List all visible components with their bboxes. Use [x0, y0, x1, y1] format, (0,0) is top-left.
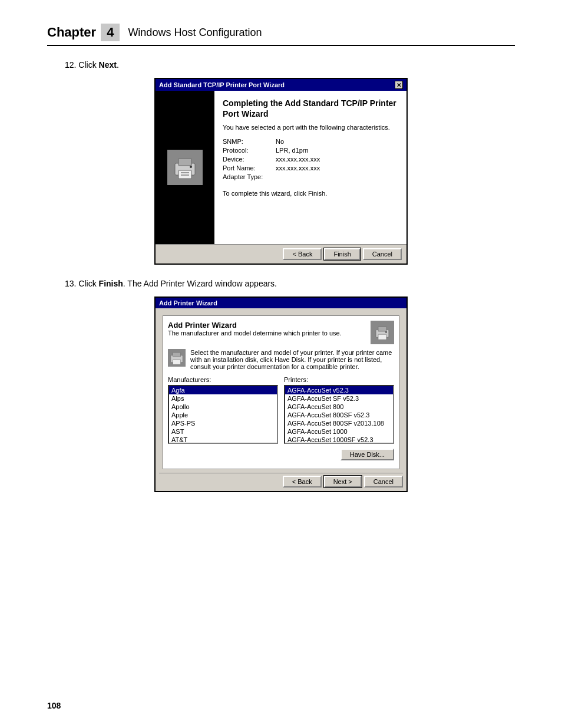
step-13-text: 13. Click Finish. The Add Printer Wizard… [65, 279, 515, 288]
step-12-bold: Next [99, 60, 117, 70]
printer-titlebar-text: Add Printer Wizard [159, 299, 217, 307]
prop-snmp: SNMP: No [223, 138, 398, 145]
printer-next-button[interactable]: Next > [324, 476, 362, 487]
prop-portname-value: xxx.xxx.xxx.xxx [276, 164, 398, 172]
prop-adaptertype-value [276, 173, 398, 180]
printer-dialog-inner: Add Printer Wizard The manufacturer and … [163, 315, 399, 469]
tcpip-left-panel [156, 91, 214, 244]
list-item[interactable]: Agfa [169, 386, 277, 394]
prop-device-value: xxx.xxx.xxx.xxx [276, 156, 398, 163]
list-item[interactable]: AGFA-AccuSet 1000 [285, 427, 393, 436]
svg-rect-12 [173, 360, 180, 364]
printer-dialog-body: Add Printer Wizard The manufacturer and … [156, 308, 406, 491]
prop-snmp-label: SNMP: [223, 138, 276, 145]
manufacturers-list[interactable]: Agfa Alps Apollo Apple APS-PS AST AT&T [168, 385, 278, 444]
list-item[interactable]: AT&T [169, 436, 277, 444]
printer-footer-buttons: < Back Next > Cancel [159, 473, 403, 487]
prop-portname: Port Name: xxx.xxx.xxx.xxx [223, 164, 398, 172]
step-13-prefix: 13. Click [65, 279, 99, 288]
tcpip-props: SNMP: No Protocol: LPR, d1prn Device: xx… [223, 138, 398, 180]
tcpip-cancel-button[interactable]: Cancel [363, 248, 402, 260]
step-12-suffix: . [117, 60, 119, 70]
svg-rect-7 [378, 327, 386, 331]
svg-rect-1 [178, 159, 191, 166]
printers-section: Printers: AGFA-AccuSet v52.3 AGFA-AccuSe… [284, 376, 394, 444]
svg-rect-3 [181, 172, 189, 173]
tcpip-finish-button[interactable]: Finish [324, 248, 360, 260]
svg-point-9 [385, 331, 387, 333]
prop-portname-label: Port Name: [223, 164, 276, 172]
list-item[interactable]: AGFA-AccuSet 800 [285, 403, 393, 411]
prop-adaptertype: Adapter Type: [223, 173, 398, 180]
page-container: Chapter 4 Windows Host Configuration 12.… [0, 0, 562, 728]
list-item[interactable]: APS-PS [169, 419, 277, 427]
tcpip-dialog-wrapper: Add Standard TCP/IP Printer Port Wizard … [47, 78, 515, 265]
svg-rect-4 [181, 174, 189, 176]
list-item[interactable]: Apollo [169, 403, 277, 411]
printer-corner-icon [371, 321, 394, 344]
tcpip-footer-text: To complete this wizard, click Finish. [223, 190, 398, 197]
step-12-prefix: 12. Click [65, 60, 99, 70]
tcpip-icon-box [167, 150, 203, 185]
printer-corner-icon-svg [373, 323, 392, 342]
tcpip-wizard-content: Completing the Add Standard TCP/IP Print… [214, 91, 406, 244]
printer-icon [170, 153, 200, 182]
tcpip-content-title: Completing the Add Standard TCP/IP Print… [223, 98, 398, 119]
printer-instruction-row: Select the manufacturer and model of you… [168, 349, 394, 370]
step-13-suffix: . The Add Printer Wizard window appears. [123, 279, 277, 288]
list-item[interactable]: AGFA-AccuSet 1000SF v52.3 [285, 436, 393, 444]
list-item[interactable]: AGFA-AccuSet 800SF v52.3 [285, 411, 393, 419]
list-item[interactable]: AGFA-AccuSet 800SF v2013.108 [285, 419, 393, 427]
printer-dialog-title: Add Printer Wizard [168, 321, 342, 330]
step-12-text: 12. Click Next. [65, 60, 515, 70]
prop-adaptertype-label: Adapter Type: [223, 173, 276, 180]
list-item[interactable]: AGFA-AccuSet SF v52.3 [285, 394, 393, 403]
svg-rect-8 [378, 334, 386, 340]
printer-small-icon [168, 349, 186, 367]
printers-list[interactable]: AGFA-AccuSet v52.3 AGFA-AccuSet SF v52.3… [284, 385, 394, 444]
svg-rect-11 [173, 353, 180, 357]
printer-dialog-header: Add Printer Wizard The manufacturer and … [168, 321, 394, 344]
printer-dialog-wrapper: Add Printer Wizard Add Printer Wizard Th… [47, 297, 515, 492]
printer-back-button[interactable]: < Back [283, 476, 322, 487]
list-item[interactable]: AST [169, 427, 277, 436]
printer-wizard-dialog: Add Printer Wizard Add Printer Wizard Th… [154, 297, 408, 492]
manufacturers-label: Manufacturers: [168, 376, 278, 383]
printer-dialog-subtitle: The manufacturer and model determine whi… [168, 330, 342, 337]
prop-device-label: Device: [223, 156, 276, 163]
prop-protocol-label: Protocol: [223, 147, 276, 154]
tcpip-close-button[interactable]: ✕ [395, 81, 403, 89]
step-13-bold: Finish [99, 279, 123, 288]
list-item[interactable]: Apple [169, 411, 277, 419]
printer-instruction-text: Select the manufacturer and model of you… [190, 349, 394, 370]
prop-device: Device: xxx.xxx.xxx.xxx [223, 156, 398, 163]
chapter-header: Chapter 4 Windows Host Configuration [47, 24, 515, 46]
have-disk-row: Have Disk... [168, 449, 394, 460]
prop-snmp-value: No [276, 138, 398, 145]
prop-protocol-value: LPR, d1prn [276, 147, 398, 154]
page-number: 108 [47, 701, 61, 710]
printer-lists: Manufacturers: Agfa Alps Apollo Apple AP… [168, 376, 394, 444]
tcpip-buttons: < Back Finish Cancel [156, 244, 406, 263]
tcpip-wizard-dialog: Add Standard TCP/IP Printer Port Wizard … [154, 78, 408, 265]
have-disk-button[interactable]: Have Disk... [340, 449, 394, 460]
list-item[interactable]: AGFA-AccuSet v52.3 [285, 386, 393, 394]
tcpip-titlebar: Add Standard TCP/IP Printer Port Wizard … [156, 79, 406, 91]
printer-cancel-button[interactable]: Cancel [364, 476, 403, 487]
tcpip-wizard-body: Completing the Add Standard TCP/IP Print… [156, 91, 406, 244]
svg-point-5 [190, 166, 192, 168]
manufacturers-section: Manufacturers: Agfa Alps Apollo Apple AP… [168, 376, 278, 444]
chapter-number: 4 [101, 24, 120, 41]
printer-instruction-icon [168, 349, 186, 367]
list-item[interactable]: Alps [169, 394, 277, 403]
printer-dialog-title-area: Add Printer Wizard The manufacturer and … [168, 321, 342, 337]
chapter-label: Chapter [47, 25, 96, 40]
prop-protocol: Protocol: LPR, d1prn [223, 147, 398, 154]
tcpip-titlebar-text: Add Standard TCP/IP Printer Port Wizard [159, 81, 285, 88]
chapter-title: Windows Host Configuration [128, 27, 262, 39]
tcpip-back-button[interactable]: < Back [283, 248, 322, 260]
printers-label: Printers: [284, 376, 394, 383]
printer-titlebar: Add Printer Wizard [156, 298, 406, 308]
tcpip-description: You have selected a port with the follow… [223, 124, 398, 131]
